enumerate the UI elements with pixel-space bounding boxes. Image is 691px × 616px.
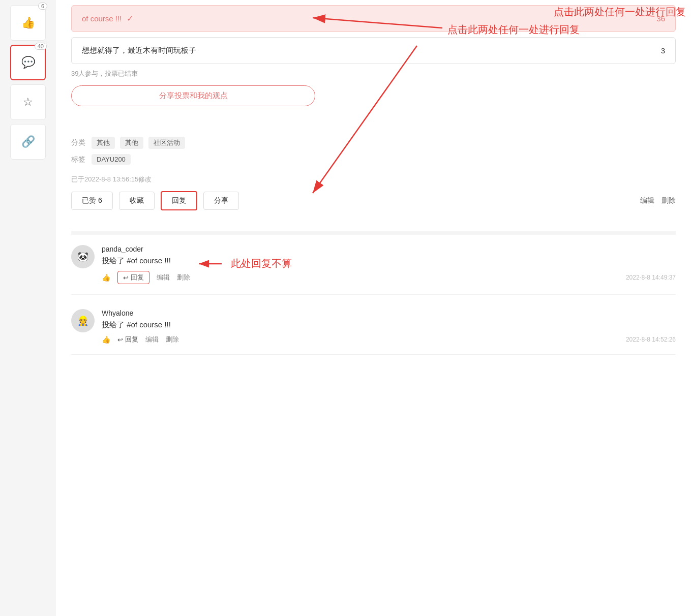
action-right: 编辑 删除: [640, 196, 676, 205]
poll-and-annotation: of course !!! ✓ 36 想想就得了，最近木有时间玩板子 3 39人…: [71, 0, 676, 221]
share-icon: 🔗: [21, 135, 35, 148]
comment-edit-1[interactable]: 编辑: [157, 273, 170, 282]
tags-section: 分类 其他 其他 社区活动 标签 DAYU200: [71, 137, 676, 165]
comment-not-count-label: 此处回复不算: [231, 257, 292, 270]
comment-text-row-1: 投给了 #of course !!! 此: [102, 256, 676, 271]
share-poll-button[interactable]: 分享投票和我的观点: [71, 85, 315, 106]
comment-body-1: panda_coder 投给了 #of course !!!: [102, 245, 676, 284]
like-count: 6: [38, 3, 47, 10]
comment-body-2: Whyalone 投给了 #of course !!! 👍 ↩ 回复 编辑 删除…: [102, 309, 676, 344]
share-button[interactable]: 分享: [203, 192, 239, 210]
poll-option-1[interactable]: of course !!! ✓ 36: [71, 5, 676, 32]
comment-actions-1: 👍 ↩ 回复 编辑 删除 2022-8-8 14:49:37: [102, 271, 676, 284]
category-label: 分类: [71, 138, 86, 147]
comment-delete-1[interactable]: 删除: [177, 273, 190, 282]
comment-time-1: 2022-8-8 14:49:37: [626, 274, 676, 281]
like-button[interactable]: 6 👍: [10, 5, 46, 41]
comment-avatar-2: 👷: [71, 309, 95, 332]
comment-arrow-svg: [196, 259, 227, 269]
comment-avatar-1: 🐼: [71, 245, 95, 268]
star-button[interactable]: ☆: [10, 84, 46, 120]
tag-item-dayu[interactable]: DAYU200: [92, 154, 131, 165]
tag-item-community[interactable]: 社区活动: [148, 137, 185, 149]
star-icon: ☆: [23, 96, 33, 109]
comment-icon: 💬: [21, 56, 35, 69]
collect-button[interactable]: 收藏: [119, 192, 155, 210]
comment-actions-2: 👍 ↩ 回复 编辑 删除 2022-8-8 14:52:26: [102, 335, 676, 344]
comment-delete-2[interactable]: 删除: [166, 335, 179, 344]
tag-row: 标签 DAYU200: [71, 154, 676, 165]
action-buttons: 已赞 6 收藏 回复 分享 编辑 删除: [71, 191, 676, 210]
tag-item-other1[interactable]: 其他: [92, 137, 115, 149]
comment-username-1: panda_coder: [102, 245, 676, 253]
edit-link[interactable]: 编辑: [640, 196, 654, 205]
comment-item-1: 🐼 panda_coder 投给了 #of course !!!: [71, 245, 676, 295]
comment-reply-btn-2[interactable]: ↩ 回复: [117, 335, 138, 344]
comment-edit-2[interactable]: 编辑: [145, 335, 159, 344]
comment-button[interactable]: 40 💬: [10, 45, 46, 80]
reply-arrow-icon-2: ↩: [117, 336, 123, 344]
comment-username-2: Whyalone: [102, 309, 676, 317]
comment-like-icon-2[interactable]: 👍: [102, 335, 110, 344]
tag-label: 标签: [71, 155, 86, 164]
poll-option-1-count: 36: [656, 14, 665, 23]
comments-section: 🐼 panda_coder 投给了 #of course !!!: [71, 231, 676, 355]
poll-option-1-text: of course !!! ✓: [82, 14, 133, 23]
comment-item-2: 👷 Whyalone 投给了 #of course !!! 👍 ↩ 回复 编辑 …: [71, 309, 676, 355]
comment-time-2: 2022-8-8 14:52:26: [626, 336, 676, 343]
comment-like-icon-1[interactable]: 👍: [102, 273, 110, 282]
reply-button[interactable]: 回复: [161, 191, 197, 210]
comment-count: 40: [35, 43, 47, 50]
reply-arrow-icon-1: ↩: [123, 274, 129, 282]
comment-text-1: 投给了 #of course !!!: [102, 256, 171, 266]
poll-option-2-text: 想想就得了，最近木有时间玩板子: [82, 46, 196, 55]
poll-option-2[interactable]: 想想就得了，最近木有时间玩板子 3: [71, 37, 676, 64]
poll-section: of course !!! ✓ 36 想想就得了，最近木有时间玩板子 3 39人…: [71, 0, 676, 127]
poll-option-2-count: 3: [661, 46, 665, 55]
modified-time: 已于2022-8-8 13:56:15修改: [71, 175, 676, 184]
liked-button[interactable]: 已赞 6: [71, 192, 113, 210]
poll-stats: 39人参与，投票已结束: [71, 69, 676, 78]
sidebar: 6 👍 40 💬 ☆ 🔗: [0, 0, 56, 616]
comment-annotation-1: 此处回复不算: [196, 257, 292, 270]
like-icon: 👍: [21, 16, 35, 29]
main-content: of course !!! ✓ 36 想想就得了，最近木有时间玩板子 3 39人…: [56, 0, 691, 616]
category-row: 分类 其他 其他 社区活动: [71, 137, 676, 149]
delete-link[interactable]: 删除: [662, 196, 676, 205]
check-icon: ✓: [127, 14, 133, 23]
comment-reply-btn-1[interactable]: ↩ 回复: [117, 271, 149, 284]
action-row-wrapper: 已赞 6 收藏 回复 分享 编辑 删除: [71, 191, 676, 221]
share-sidebar-button[interactable]: 🔗: [10, 124, 46, 160]
tag-item-other2[interactable]: 其他: [120, 137, 143, 149]
comment-text-2: 投给了 #of course !!!: [102, 320, 676, 330]
